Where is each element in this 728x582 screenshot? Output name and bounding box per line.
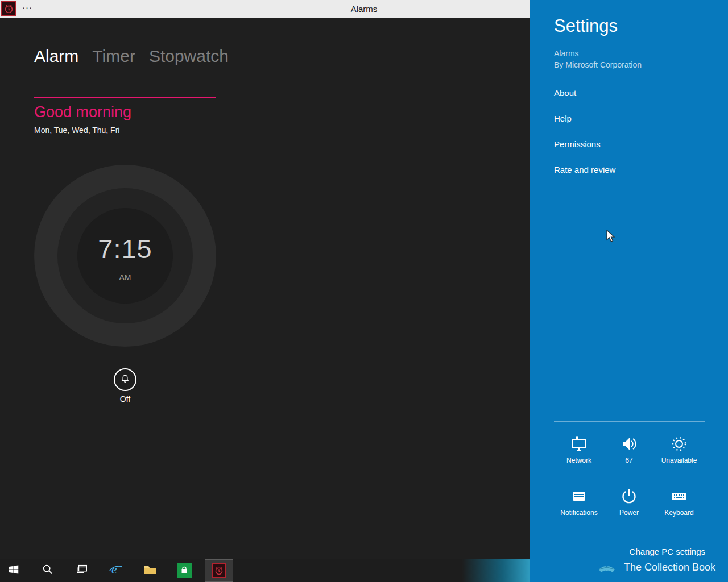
- quick-setting-brightness[interactable]: Unavailable: [654, 432, 704, 472]
- brand-watermark: The Collection Book: [595, 557, 715, 577]
- folder-icon: [143, 563, 158, 578]
- volume-label: 67: [625, 456, 632, 464]
- taskbar-file-explorer-button[interactable]: [136, 559, 164, 582]
- change-pc-settings-link[interactable]: Change PC settings: [630, 547, 705, 556]
- quick-setting-notifications[interactable]: Notifications: [554, 484, 604, 524]
- network-label: Network: [566, 456, 592, 464]
- alarm-name-label: Good morning: [34, 103, 131, 121]
- power-icon: [619, 484, 639, 508]
- search-icon: [42, 563, 54, 578]
- alarm-repeat-days: Mon, Tue, Wed, Thu, Fri: [34, 126, 119, 135]
- alarm-toggle: Off: [34, 368, 216, 404]
- brand-text: The Collection Book: [624, 562, 715, 573]
- alarm-accent-line: [34, 97, 216, 98]
- settings-app-name: Alarms: [554, 49, 579, 58]
- internet-explorer-icon: e: [108, 562, 124, 580]
- settings-divider: [554, 421, 705, 422]
- network-icon: [569, 432, 589, 456]
- taskbar-internet-explorer-button[interactable]: e: [102, 559, 130, 582]
- volume-icon: [619, 432, 639, 456]
- settings-publisher: By Microsoft Corporation: [554, 60, 642, 69]
- settings-title: Settings: [554, 16, 618, 36]
- quick-setting-keyboard[interactable]: Keyboard: [654, 484, 704, 524]
- window-icon: [75, 563, 89, 578]
- taskbar-windows-button[interactable]: [68, 559, 96, 582]
- taskbar-wallpaper-gradient: [462, 559, 530, 582]
- power-label: Power: [619, 509, 639, 517]
- alarms-taskbar-icon: [212, 563, 226, 578]
- settings-charm-panel: Settings Alarms By Microsoft Corporation…: [530, 0, 728, 582]
- notifications-icon: [569, 484, 589, 508]
- settings-links: About Help Permissions Rate and review: [554, 88, 615, 174]
- settings-link-help[interactable]: Help: [554, 114, 615, 123]
- keyboard-icon: [669, 484, 689, 508]
- alarm-meridiem: AM: [34, 273, 216, 282]
- alarm-time-dial[interactable]: 7:15 AM: [34, 165, 216, 347]
- app-tabs: Alarm Timer Stopwatch: [34, 47, 229, 66]
- quick-setting-volume[interactable]: 67: [604, 432, 654, 472]
- svg-text:e: e: [111, 562, 117, 576]
- taskbar-store-button[interactable]: [171, 559, 198, 582]
- brightness-label: Unavailable: [661, 456, 697, 464]
- settings-link-rate-and-review[interactable]: Rate and review: [554, 165, 615, 174]
- quick-setting-network[interactable]: Network: [554, 432, 604, 472]
- book-icon: [595, 557, 618, 577]
- tab-stopwatch[interactable]: Stopwatch: [149, 47, 229, 66]
- alarm-toggle-label: Off: [34, 394, 216, 404]
- windows-logo-icon: [7, 563, 20, 578]
- tab-timer[interactable]: Timer: [92, 47, 135, 66]
- taskbar-search-button[interactable]: [34, 559, 61, 582]
- start-button[interactable]: [0, 559, 27, 582]
- alarm-time: 7:15: [34, 233, 216, 264]
- taskbar: e: [0, 559, 530, 582]
- notifications-label: Notifications: [560, 509, 597, 517]
- settings-link-permissions[interactable]: Permissions: [554, 139, 615, 149]
- brightness-icon: [669, 432, 689, 456]
- quick-settings-grid: Network 67: [554, 432, 704, 524]
- tab-alarm[interactable]: Alarm: [34, 47, 78, 66]
- store-icon: [177, 563, 192, 578]
- keyboard-label: Keyboard: [664, 509, 693, 517]
- screen: ··· Alarms Alarm Timer Stopwatch Good mo…: [0, 0, 728, 582]
- alarm-onoff-button[interactable]: [114, 368, 136, 391]
- bell-icon: [119, 373, 131, 386]
- taskbar-alarms-button[interactable]: [205, 559, 233, 582]
- quick-setting-power[interactable]: Power: [604, 484, 654, 524]
- settings-link-about[interactable]: About: [554, 88, 615, 98]
